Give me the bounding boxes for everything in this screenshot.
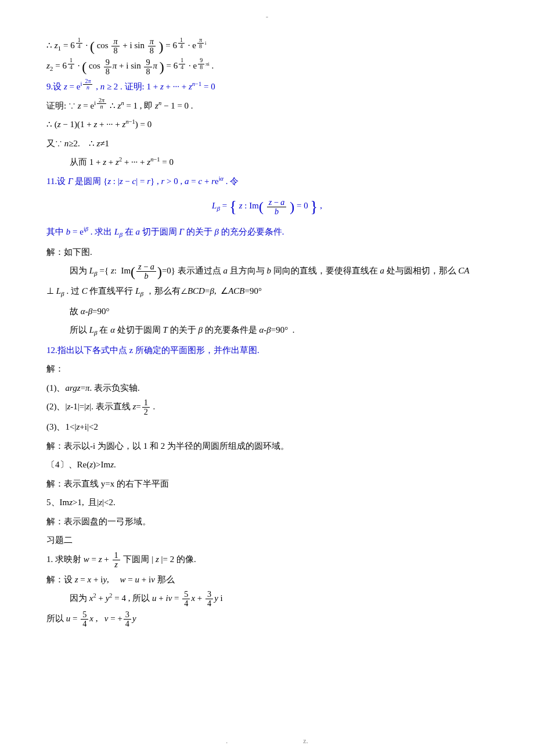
problem-12-head: 解： bbox=[46, 361, 488, 377]
problem-9-statement: 9.设 z = ei2πn , n ≥ 2 . 证明: 1 + z + ··· … bbox=[46, 78, 488, 95]
p9-label-a: 9.设 bbox=[46, 82, 64, 91]
problem-12-item-5b: 解：表示圆盘的一弓形域。 bbox=[46, 513, 488, 530]
sec2-q1-sol-2: 因为 x2 + y2 = 4 , 所以 u + iv = 54x + 34y i bbox=[46, 590, 488, 608]
equation-z2: z2 = 614 · ( cos 98π + i sin 98π ) = 614… bbox=[46, 57, 488, 75]
problem-11-statement: 11.设 Γ 是圆周 {z : |z − c| = r} , r > 0 , a… bbox=[46, 173, 488, 190]
sec2-q1: 1. 求映射 w = z + 1z 下圆周 | z |= 2 的像. bbox=[46, 551, 488, 569]
problem-11-sol-c: 故 α-β=90° bbox=[46, 303, 488, 320]
problem-12-item-2: (2)、|z-1|=|z|. 表示直线 z=12 . bbox=[46, 398, 488, 416]
problem-12-item-1: (1)、argz=π. 表示负实轴. bbox=[46, 380, 488, 397]
problem-12-item-3a: (3)、1<|z+i|<2 bbox=[46, 419, 488, 435]
p9-proof-a: 证明: ∵ bbox=[46, 101, 78, 110]
problem-12-item-5a: 5、Imz>1, 且|z|<2. bbox=[46, 494, 488, 511]
problem-11-sol-d: 所以 Lβ 在 α 处切于圆周 T 的关于 β 的充要条件是 α-β=90° . bbox=[46, 322, 488, 339]
equation-z1: ∴ z1 = 614 · ( cos π8 + i sin π8 ) = 614… bbox=[46, 37, 488, 55]
problem-12-item-4a: 〔4〕、Re(z)>Imz. bbox=[46, 456, 488, 473]
problem-9-proof-1: 证明: ∵ z = ei2πn ∴ zn = 1 , 即 zn − 1 = 0 … bbox=[46, 98, 488, 114]
problem-11-sol-head: 解：如下图. bbox=[46, 244, 488, 261]
footer-left: . bbox=[226, 735, 228, 748]
problem-9-proof-3a: 又∵ n≥2. ∴ z≠1 bbox=[46, 135, 488, 152]
problem-11-sol-a: 因为 Lβ ={ z: Im(z − ab)=0} 表示通过点 a 且方向与 b… bbox=[46, 262, 488, 280]
section-2-title: 习题二 bbox=[46, 532, 488, 549]
problem-11-condition: 其中 b = eiβ . 求出 Lβ 在 a 切于圆周 Γ 的关于 β 的充分必… bbox=[46, 224, 488, 241]
problem-12-item-3b: 解：表示以-i 为圆心，以 1 和 2 为半径的周圆所组成的圆环域。 bbox=[46, 438, 488, 455]
sec2-q1-sol-1: 解：设 z = x + iy, w = u + iv 那么 bbox=[46, 571, 488, 588]
footer-right: z. bbox=[303, 735, 308, 748]
q1-sol-b: 那么 bbox=[157, 575, 175, 584]
problem-12-item-4b: 解：表示直线 y=x 的右下半平面 bbox=[46, 476, 488, 492]
problem-9-proof-3b: 从而 1 + z + z2 + ··· + zn−1 = 0 bbox=[46, 154, 488, 171]
problem-11-equation: Lβ = { z : Im( z − ab ) = 0 } , bbox=[46, 197, 488, 215]
q1-a: 1. 求映射 bbox=[46, 555, 84, 564]
sec2-q1-sol-3: 所以 u = 54x , v = +34y bbox=[46, 610, 488, 628]
footer: . z. bbox=[0, 735, 534, 748]
problem-9-proof-2: ∴ (z − 1)(1 + z + ··· + zn−1) = 0 bbox=[46, 116, 488, 133]
problem-12-statement: 12.指出以下各式中点 z 所确定的平面图形，并作出草图. bbox=[46, 342, 488, 359]
problem-11-sol-b: ⊥ Lβ . 过 C 作直线平行 Lβ ，那么有∠BCD=β, ∠ACB=90° bbox=[46, 283, 488, 300]
q1-sol-a: 解：设 bbox=[46, 575, 75, 584]
page: - ∴ z1 = 614 · ( cos π8 + i sin π8 ) = 6… bbox=[0, 0, 534, 756]
header-mark: - bbox=[0, 10, 534, 24]
